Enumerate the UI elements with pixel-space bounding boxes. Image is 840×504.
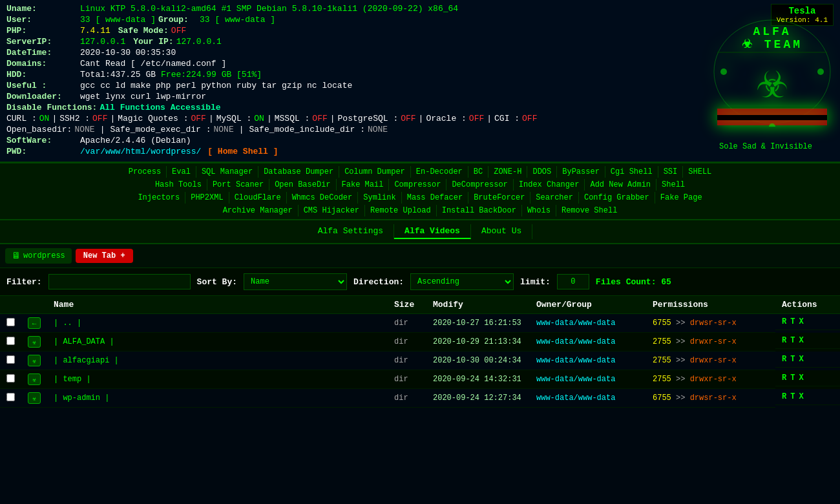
action-x-button[interactable]: X [799, 373, 803, 383]
sortby-select[interactable]: Name Size Modify [244, 273, 347, 290]
file-name[interactable]: | alfacgiapi | [54, 356, 119, 365]
row-name-cell[interactable]: | ALFA_DATA | [47, 333, 388, 352]
nav-eval[interactable]: Eval [167, 166, 196, 178]
nav-row-3: Injectors PHP2XML CloudFlare Whmcs DeCod… [0, 192, 840, 204]
action-t-button[interactable]: T [790, 392, 795, 401]
action-x-button[interactable]: X [799, 336, 803, 345]
nav-decompressor[interactable]: DeCompressor [446, 179, 513, 191]
nav-bc[interactable]: BC [468, 166, 488, 178]
nav-cms-hijacker[interactable]: CMS Hijacker [299, 205, 365, 216]
action-r-button[interactable]: R [782, 317, 786, 326]
hdd-label: HDD: [6, 70, 78, 79]
action-x-button[interactable]: X [799, 317, 803, 326]
tab-wordpress[interactable]: 🖥 wordpress [5, 248, 72, 264]
nav-zone-h[interactable]: ZONE-H [488, 166, 527, 178]
row-actions-cell: RTX [775, 352, 840, 368]
nav-cloudflare[interactable]: CloudFlare [229, 192, 287, 204]
action-t-button[interactable]: T [790, 373, 795, 383]
new-tab-button[interactable]: New Tab + [76, 249, 133, 263]
nav-bypasser[interactable]: ByPasser [557, 166, 605, 178]
nav-compressor[interactable]: Compressor [389, 179, 446, 191]
filter-input[interactable] [48, 274, 191, 289]
nav-mass-defacer[interactable]: Mass Defacer [402, 192, 468, 204]
limit-input[interactable] [557, 274, 589, 289]
filter-bar: Filter: Sort By: Name Size Modify Direct… [0, 268, 840, 296]
nav-fake-mail[interactable]: Fake Mail [337, 179, 390, 191]
nav-process[interactable]: Process [123, 166, 167, 178]
nav-searcher[interactable]: Searcher [530, 192, 579, 204]
row-checkbox[interactable] [6, 374, 15, 383]
row-owner-cell: www-data/www-data [530, 314, 646, 333]
svg-rect-7 [717, 115, 827, 120]
nav-about-us[interactable]: About Us [471, 224, 532, 239]
th-modify: Modify [426, 296, 530, 314]
nav-index-changer[interactable]: Index Changer [514, 179, 585, 191]
magic-label: Magic Quotes : [118, 114, 188, 123]
nav-port-scaner[interactable]: Port Scaner [207, 179, 269, 191]
action-r-button[interactable]: R [782, 336, 786, 345]
nav-shell-r1[interactable]: SHELL [683, 166, 717, 178]
cgi-value: OFF [522, 114, 537, 123]
nav-ssi[interactable]: SSI [658, 166, 684, 178]
row-actions-cell: RTX [775, 370, 840, 386]
ssh2-value: OFF [92, 114, 107, 123]
row-size-cell: dir [388, 389, 426, 408]
action-r-button[interactable]: R [782, 355, 786, 364]
nav-en-decoder[interactable]: En-Decoder [411, 166, 468, 178]
nav-php2xml[interactable]: PHP2XML [185, 192, 229, 204]
row-modify-cell: 2020-10-29 21:13:34 [426, 333, 530, 352]
row-name-cell[interactable]: | alfacgiapi | [47, 352, 388, 370]
row-icon-cell: ← [21, 314, 47, 333]
nav-add-new-admin[interactable]: Add New Admin [585, 179, 656, 191]
limit-label: limit: [520, 277, 551, 287]
nav-alfa-videos[interactable]: Alfa Videos [394, 224, 471, 239]
action-r-button[interactable]: R [782, 373, 786, 383]
nav-alfa-settings[interactable]: Alfa Settings [308, 224, 394, 239]
nav-column-dumper[interactable]: Column Dumper [339, 166, 411, 178]
nav-ddos[interactable]: DDOS [527, 166, 557, 178]
nav-install-backdoor[interactable]: Install BackDoor [437, 205, 522, 216]
action-t-button[interactable]: T [790, 355, 795, 364]
row-checkbox[interactable] [6, 318, 15, 326]
action-t-button[interactable]: T [790, 317, 795, 326]
nav-hash-tools[interactable]: Hash Tools [150, 179, 207, 191]
mysql-label: MySQL : [216, 114, 252, 123]
nav-remove-shell[interactable]: Remove Shell [556, 205, 622, 216]
file-name[interactable]: | wp-admin | [54, 394, 109, 403]
nav-injectors[interactable]: Injectors [132, 192, 185, 204]
nav-sql-manager[interactable]: SQL Manager [196, 166, 258, 178]
software-value: Apache/2.4.46 (Debian) [80, 136, 191, 145]
action-r-button[interactable]: R [782, 392, 786, 401]
nav-whois[interactable]: Whois [522, 205, 556, 216]
th-owner: Owner/Group [530, 296, 646, 314]
row-checkbox[interactable] [6, 393, 15, 401]
row-checkbox[interactable] [6, 355, 15, 364]
nav-shell-r2[interactable]: Shell [656, 179, 690, 191]
action-t-button[interactable]: T [790, 336, 795, 345]
row-name-cell[interactable]: | .. | [47, 314, 388, 333]
tabs-bar: 🖥 wordpress New Tab + [0, 244, 840, 268]
useful-value: gcc cc ld make php perl python ruby tar … [80, 81, 352, 90]
direction-select[interactable]: Ascending Descending [410, 273, 514, 290]
row-name-cell[interactable]: | temp | [47, 370, 388, 389]
action-x-button[interactable]: X [799, 355, 803, 364]
nav-row-4: Archive Manager CMS Hijacker Remote Uplo… [0, 205, 840, 216]
file-name[interactable]: | temp | [54, 375, 91, 384]
action-x-button[interactable]: X [799, 392, 803, 401]
nav-bruteforcer[interactable]: BruteForcer [468, 192, 530, 204]
nav-fake-page[interactable]: Fake Page [655, 192, 708, 204]
nav-archive-manager[interactable]: Archive Manager [218, 205, 299, 216]
nav-config-grabber[interactable]: Config Grabber [579, 192, 655, 204]
domains-row: Domains: Cant Read [ /etc/named.conf ] [6, 59, 698, 68]
openbasedir-row: Open_basedir: NONE | Safe_mode_exec_dir … [6, 125, 698, 134]
row-checkbox[interactable] [6, 337, 15, 345]
nav-cgi-shell[interactable]: Cgi Shell [605, 166, 658, 178]
nav-remote-upload[interactable]: Remote Upload [365, 205, 437, 216]
file-name[interactable]: | .. | [54, 319, 81, 328]
nav-whmcs-decoder[interactable]: Whmcs DeCoder [287, 192, 359, 204]
nav-database-dumper[interactable]: Database Dumper [258, 166, 339, 178]
nav-open-basedir[interactable]: Open BaseDir [269, 179, 336, 191]
nav-symlink[interactable]: Symlink [358, 192, 401, 204]
file-name[interactable]: | ALFA_DATA | [54, 337, 114, 346]
row-name-cell[interactable]: | wp-admin | [47, 389, 388, 408]
